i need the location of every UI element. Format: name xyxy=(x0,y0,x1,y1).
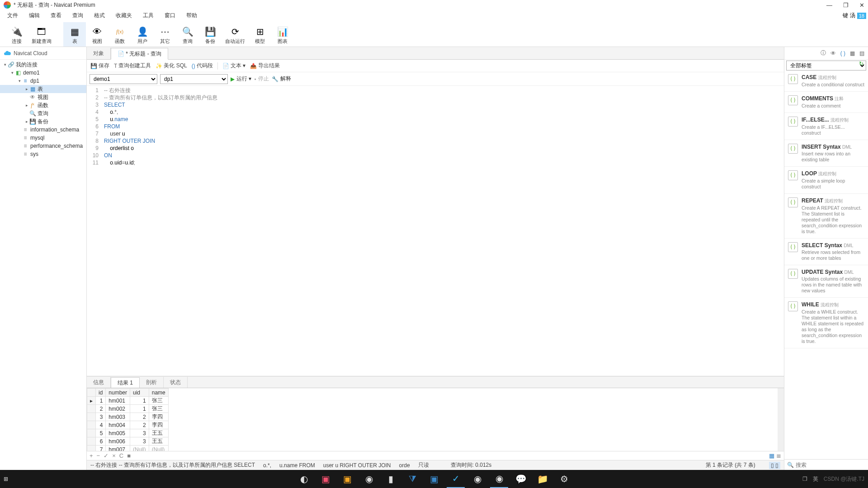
snippet-LOOP[interactable]: ()LOOP 流程控制Create a simple loop construc… xyxy=(784,167,868,194)
run-button[interactable]: ▶运行 ▾ xyxy=(231,75,251,83)
tree-我的连接[interactable]: ▾🔗我的连接 xyxy=(0,61,86,69)
task-intellij[interactable]: ▣ xyxy=(316,470,335,488)
tree-视图[interactable]: 👁视图 xyxy=(0,93,86,101)
toolbar-函数[interactable]: f(x)函数 xyxy=(108,22,131,47)
stop-button[interactable]: ▪ 停止 xyxy=(254,75,269,83)
menu-查询[interactable]: 查询 xyxy=(67,10,89,21)
toolbar-其它[interactable]: ⋯其它 xyxy=(154,22,176,47)
tab-* 无标题 - 查询[interactable]: 📄 * 无标题 - 查询 xyxy=(111,48,168,60)
snippet-SELECT Syntax[interactable]: ()SELECT Syntax DMLRetrieve rows selecte… xyxy=(784,239,868,265)
task-settings[interactable]: ⚙ xyxy=(555,470,573,488)
task-vscode[interactable]: ▣ xyxy=(338,470,356,488)
gridfoot-C[interactable]: C xyxy=(119,452,123,459)
restab-信息[interactable]: 信息 xyxy=(87,377,111,388)
restab-状态[interactable]: 状态 xyxy=(164,377,188,388)
snippet-list[interactable]: ()CASE 流程控制Create a conditional construc… xyxy=(784,70,868,459)
eye-icon[interactable]: 👁 xyxy=(830,50,836,56)
tree-performance_schema[interactable]: ≡performance_schema xyxy=(0,142,86,150)
task-eclipse[interactable]: ◐ xyxy=(295,470,313,488)
sql-code[interactable]: -- 右外连接 -- 查询所有订单信息，以及订单所属的用户信息 SELECT o… xyxy=(102,86,784,376)
menu-文件[interactable]: 文件 xyxy=(2,10,24,21)
form-view-icon[interactable]: ≣ xyxy=(776,452,781,459)
qtb-导出结果[interactable]: 📤 导出结果 xyxy=(250,62,280,70)
toolbar-用户[interactable]: 👤用户 xyxy=(131,22,154,47)
qtb-文本 ▾[interactable]: 📄 文本 ▾ xyxy=(222,62,245,70)
cloud-header[interactable]: Navicat Cloud xyxy=(0,47,86,60)
connection-tree[interactable]: ▾🔗我的连接▾◧demo1▾≡dp1▸▦表👁视图▸fx函数🔍查询▸💾备份≡inf… xyxy=(0,60,86,470)
menu-工具[interactable]: 工具 xyxy=(137,10,159,21)
tab-对象[interactable]: 对象 xyxy=(87,47,111,59)
toolbar-自动运行[interactable]: ⟳自动运行 xyxy=(222,22,249,47)
menu-编辑[interactable]: 编辑 xyxy=(24,10,45,21)
task-office[interactable]: ▣ xyxy=(425,470,443,488)
toolbar-连接[interactable]: 🔌连接 xyxy=(5,22,28,47)
task-chrome[interactable]: ◉ xyxy=(360,470,378,488)
result-grid[interactable]: idnumberuidname▸1hm0011张三2hm0021张三3hm003… xyxy=(87,388,778,451)
grid-view-icon[interactable]: ▦ xyxy=(769,452,774,459)
snippet-IF...ELSE...[interactable]: ()IF...ELSE... 流程控制Create a IF...ELSE...… xyxy=(784,113,868,140)
toolbar-视图[interactable]: 👁视图 xyxy=(86,22,108,47)
layout-btns[interactable]: ▯ ▯ xyxy=(769,462,780,469)
refresh-snippets-icon[interactable]: ↻ xyxy=(859,61,863,67)
snippet-UPDATE Syntax[interactable]: ()UPDATE Syntax DMLUpdates columns of ex… xyxy=(784,265,868,298)
toolbar-图表[interactable]: 📊图表 xyxy=(271,22,294,47)
list-icon[interactable]: ▤ xyxy=(859,50,864,56)
connection-select[interactable]: demo1 xyxy=(90,74,157,84)
tree-information_schema[interactable]: ≡information_schema xyxy=(0,126,86,134)
gridfoot-✓[interactable]: ✓ xyxy=(104,452,108,459)
restab-剖析[interactable]: 剖析 xyxy=(140,377,164,388)
snippet-REPEAT[interactable]: ()REPEAT 流程控制Create A REPEAT construct. … xyxy=(784,194,868,239)
menu-格式[interactable]: 格式 xyxy=(89,10,110,21)
menu-帮助[interactable]: 帮助 xyxy=(181,10,203,21)
snippet-filter-select[interactable]: 全部标签 xyxy=(786,61,866,70)
notification-badge[interactable]: 18 xyxy=(857,13,866,19)
snippet-search[interactable]: 🔍 xyxy=(784,459,868,470)
snippet-INSERT Syntax[interactable]: ()INSERT Syntax DMLInsert new rows into … xyxy=(784,140,868,167)
grid-icon[interactable]: ▦ xyxy=(850,50,855,56)
tree-函数[interactable]: ▸fx函数 xyxy=(0,101,86,109)
start-button[interactable]: ⊞ xyxy=(4,476,8,482)
tree-查询[interactable]: 🔍查询 xyxy=(0,109,86,117)
tree-表[interactable]: ▸▦表 xyxy=(0,85,86,93)
tree-dp1[interactable]: ▾≡dp1 xyxy=(0,77,86,85)
snippet-CASE[interactable]: ()CASE 流程控制Create a conditional construc… xyxy=(784,70,868,92)
gridfoot-■[interactable]: ■ xyxy=(127,452,131,459)
snippet-WHILE[interactable]: ()WHILE 流程控制Create a WHILE construct. Th… xyxy=(784,298,868,348)
tree-mysql[interactable]: ≡mysql xyxy=(0,134,86,142)
task-vs[interactable]: ⧩ xyxy=(403,470,421,488)
gridfoot-×[interactable]: × xyxy=(112,452,116,459)
gridfoot-+[interactable]: + xyxy=(90,452,93,459)
toolbar-新建查询[interactable]: 🗔新建查询 xyxy=(28,22,55,47)
tray-icon[interactable]: ❐ xyxy=(802,476,807,482)
tree-sys[interactable]: ≡sys xyxy=(0,150,86,158)
toolbar-模型[interactable]: ⊞模型 xyxy=(249,22,271,47)
ime-icon[interactable]: 英 xyxy=(813,475,818,483)
task-explorer[interactable]: 📁 xyxy=(533,470,552,488)
qtb-查询创建工具[interactable]: T 查询创建工具 xyxy=(114,62,151,70)
qtb-美化 SQL[interactable]: ✨ 美化 SQL xyxy=(156,62,187,70)
snippet-search-input[interactable] xyxy=(796,462,865,468)
toolbar-表[interactable]: ▦表 xyxy=(63,22,86,47)
account-label[interactable]: 键 汤 xyxy=(843,12,855,19)
qtb-代码段[interactable]: () 代码段 xyxy=(192,62,213,70)
tree-备份[interactable]: ▸💾备份 xyxy=(0,117,86,126)
explain-button[interactable]: 🔧 解释 xyxy=(272,75,291,83)
info-icon[interactable]: ⓘ xyxy=(821,49,826,57)
menu-窗口[interactable]: 窗口 xyxy=(159,10,181,21)
toolbar-查询[interactable]: 🔍查询 xyxy=(176,22,199,47)
maximize-button[interactable]: ❐ xyxy=(843,2,849,9)
close-button[interactable]: ✕ xyxy=(859,2,864,9)
sql-editor[interactable]: 1234567891011 -- 右外连接 -- 查询所有订单信息，以及订单所属… xyxy=(87,86,784,376)
menu-收藏夹[interactable]: 收藏夹 xyxy=(110,10,137,21)
toolbar-备份[interactable]: 💾备份 xyxy=(199,22,222,47)
task-todo[interactable]: ✓ xyxy=(447,470,465,488)
task-wechat[interactable]: 💬 xyxy=(512,470,530,488)
grid-scrollbar[interactable] xyxy=(778,388,784,451)
minimize-button[interactable]: — xyxy=(826,2,832,9)
task-steam[interactable]: ◉ xyxy=(468,470,486,488)
menu-查看[interactable]: 查看 xyxy=(45,10,67,21)
qtb-保存[interactable]: 💾 保存 xyxy=(90,62,109,70)
gridfoot-−[interactable]: − xyxy=(97,452,100,459)
brackets-icon[interactable]: ( ) xyxy=(840,50,845,56)
tree-demo1[interactable]: ▾◧demo1 xyxy=(0,69,86,77)
